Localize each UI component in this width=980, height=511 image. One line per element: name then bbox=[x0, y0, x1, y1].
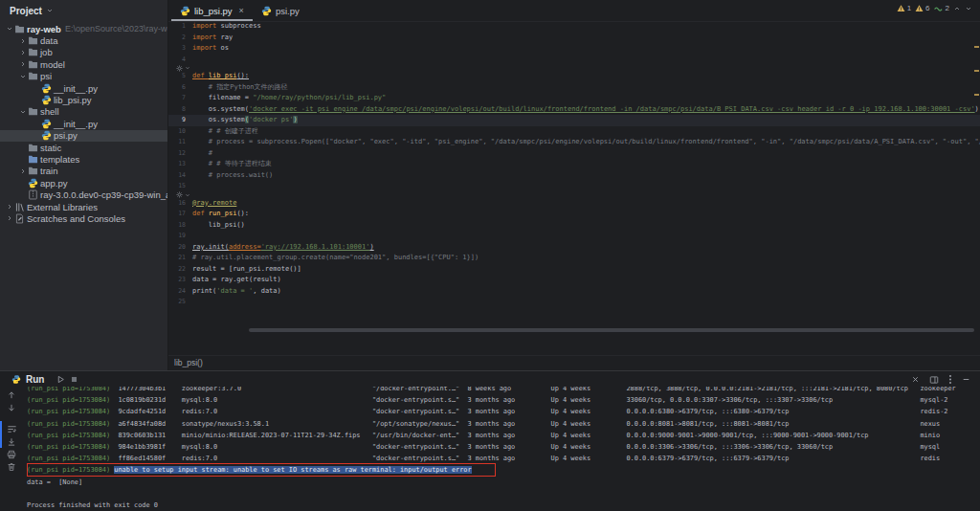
tree-item-psi[interactable]: psi bbox=[0, 71, 167, 82]
tree-item-init-py[interactable]: __init__.py bbox=[0, 82, 167, 94]
chevron-down-icon[interactable] bbox=[19, 108, 28, 116]
down-stack-trace-icon[interactable] bbox=[7, 403, 16, 412]
code-line-18[interactable]: 18 lib_psi() bbox=[168, 220, 980, 232]
tree-item-model[interactable]: model bbox=[0, 58, 167, 70]
scrollbar-warning-mark[interactable] bbox=[974, 46, 979, 48]
tree-item-lib-psi-py[interactable]: lib_psi.py bbox=[0, 94, 167, 105]
code-line-13[interactable]: 13 # # 等待子进程结束 bbox=[168, 159, 980, 170]
code-line-3[interactable]: 3import os bbox=[168, 43, 980, 55]
code-line-16[interactable]: 16@ray.remote bbox=[168, 198, 980, 210]
tree-item-shell[interactable]: shell bbox=[0, 106, 167, 118]
breadcrumb[interactable]: lib_psi() bbox=[168, 355, 980, 370]
code-line-19[interactable]: 19 bbox=[168, 231, 980, 242]
code-line-17[interactable]: 17def run_psi(): bbox=[168, 209, 980, 220]
close-tab-icon[interactable]: × bbox=[239, 6, 244, 15]
tree-item-ray-web[interactable]: ray-webE:\openSource\2023\ray-web bbox=[0, 23, 167, 34]
code-line-8[interactable]: 8 os.system('docker exec -it psi_engine … bbox=[168, 104, 980, 116]
clear-console-icon[interactable] bbox=[7, 462, 16, 472]
up-stack-trace-icon[interactable] bbox=[7, 390, 16, 400]
layout-settings-icon[interactable] bbox=[929, 375, 939, 385]
previous-problem-icon[interactable] bbox=[953, 5, 961, 12]
code-line-6[interactable]: 6 # 指定Python文件的路径 bbox=[168, 82, 980, 94]
hide-panel-icon[interactable] bbox=[962, 375, 970, 384]
scroll-to-end-icon[interactable] bbox=[7, 437, 16, 447]
console-line[interactable]: (run_psi pid=1753084) a6f4834fa08d sonat… bbox=[27, 418, 980, 430]
scrollbar-warning-mark[interactable] bbox=[974, 94, 979, 96]
chevron-right-icon[interactable] bbox=[19, 60, 28, 68]
project-path: E:\openSource\2023\ray-web bbox=[65, 24, 168, 33]
python-file-icon bbox=[180, 6, 190, 16]
python-file-icon bbox=[41, 130, 54, 141]
tree-item-scratches-and-consoles[interactable]: Scratches and Consoles bbox=[0, 212, 167, 224]
tree-item-label: External Libraries bbox=[27, 202, 98, 212]
code-line-7[interactable]: 7 filename = "/home/ray/python/psi/lib_p… bbox=[168, 93, 980, 104]
console-line[interactable]: (run_psi pid=1753084) ff86ed14580f redis… bbox=[27, 453, 980, 464]
code-line-15[interactable]: 15 bbox=[168, 181, 980, 192]
scrollbar-warning-mark[interactable] bbox=[974, 70, 979, 72]
console-line[interactable]: (run_psi pid=1753084) 9cdadfe4251d redis… bbox=[27, 406, 980, 417]
code-line-20[interactable]: 20ray.init(address='ray://192.168.1.101:… bbox=[168, 242, 980, 254]
code-line-12[interactable]: 12 # bbox=[168, 148, 980, 160]
tree-item-ray-3-0-0-dev0-cp39-cp39-win-amd64-wl[interactable]: ray-3.0.0.dev0-cp39-cp39-win_amd64.wl bbox=[0, 189, 167, 200]
line-number: 17 bbox=[168, 209, 192, 220]
tree-item-data[interactable]: data bbox=[0, 34, 167, 46]
code-line-4[interactable]: 4 bbox=[168, 55, 980, 66]
tree-item-init-py[interactable]: __init__.py bbox=[0, 118, 167, 129]
tree-item-job[interactable]: job bbox=[0, 47, 167, 58]
line-number: 22 bbox=[168, 264, 192, 276]
chevron-right-icon[interactable] bbox=[19, 49, 28, 56]
print-icon[interactable] bbox=[7, 450, 16, 459]
console-line[interactable]: (run_psi pid=1753084) 1c0819b0231d mysql… bbox=[27, 394, 980, 406]
code-line-1[interactable]: 1import subprocess bbox=[168, 21, 980, 33]
code-line-25[interactable]: 25 bbox=[168, 297, 980, 308]
code-line-9[interactable]: 9 os.system('docker ps') bbox=[168, 115, 980, 126]
code-line-10[interactable]: 10 # # 创建子进程 bbox=[168, 126, 980, 138]
more-options-icon[interactable] bbox=[948, 374, 952, 385]
code-line-2[interactable]: 2import ray bbox=[168, 33, 980, 44]
code-line-24[interactable]: 24print('data = ', data) bbox=[168, 286, 980, 298]
chevron-right-icon[interactable] bbox=[6, 214, 14, 222]
chevron-down-icon[interactable] bbox=[19, 73, 28, 80]
rerun-button[interactable] bbox=[56, 375, 65, 384]
tree-item-external-libraries[interactable]: External Libraries bbox=[0, 201, 167, 212]
console-line[interactable]: (run_psi pid=1753084) 839c0603b131 minio… bbox=[27, 430, 980, 441]
horizontal-scrollbar[interactable] bbox=[249, 328, 974, 332]
chevron-down-icon[interactable] bbox=[6, 25, 14, 33]
next-problem-icon[interactable] bbox=[965, 5, 972, 12]
console-line[interactable]: (run_psi pid=1753084) 984e1bb3981f mysql… bbox=[27, 441, 980, 453]
chevron-right-icon[interactable] bbox=[6, 203, 14, 211]
tree-item-train[interactable]: train bbox=[0, 166, 167, 177]
code-line-5[interactable]: 5def lib_psi(): bbox=[168, 71, 980, 82]
tree-item-app-py[interactable]: app.py bbox=[0, 177, 167, 189]
code-line-14[interactable]: 14 # process.wait() bbox=[168, 170, 980, 182]
tab-psi-py[interactable]: psi.py bbox=[253, 0, 308, 21]
code-line-11[interactable]: 11 # process = subprocess.Popen(["docker… bbox=[168, 137, 980, 148]
line-number: 11 bbox=[168, 137, 192, 148]
console-line[interactable]: data = [None] bbox=[27, 477, 980, 488]
soft-wrap-icon[interactable] bbox=[7, 424, 17, 434]
inspections-widget[interactable]: 1 6 2 bbox=[897, 4, 972, 12]
project-panel-header[interactable]: Project bbox=[0, 0, 167, 21]
stop-button[interactable] bbox=[70, 375, 78, 384]
tab-label: lib_psi.py bbox=[194, 6, 233, 16]
tree-item-psi-py[interactable]: psi.py bbox=[0, 130, 167, 142]
code-line-21[interactable]: 21# ray.util.placement_group.create(name… bbox=[168, 253, 980, 264]
chevron-right-icon[interactable] bbox=[19, 167, 28, 175]
run-console-output[interactable]: (run_psi pid=1753084) 14777304b3b1 zooke… bbox=[23, 387, 980, 511]
code-line-23[interactable]: 23data = ray.get(result) bbox=[168, 275, 980, 286]
console-line[interactable]: (run_psi pid=1753084) 14777304b3b1 zooke… bbox=[27, 387, 980, 394]
line-number: 21 bbox=[168, 253, 192, 264]
console-line[interactable]: Process finished with exit code 0 bbox=[27, 500, 980, 511]
chevron-right-icon[interactable] bbox=[19, 37, 28, 45]
console-error-line[interactable]: (run_psi pid=1753084) unable to setup in… bbox=[27, 464, 980, 476]
worker-prefix: (run_psi pid=1753084) bbox=[27, 420, 110, 428]
line-number: 10 bbox=[168, 126, 192, 138]
tree-item-static[interactable]: static bbox=[0, 142, 167, 153]
run-tab-label[interactable]: Run bbox=[26, 374, 44, 385]
close-icon[interactable] bbox=[911, 375, 920, 384]
tab-lib-psi-py[interactable]: lib_psi.py× bbox=[171, 0, 253, 21]
code-editor[interactable]: 1import subprocess2import ray3import os4… bbox=[168, 21, 980, 327]
console-line[interactable] bbox=[27, 488, 980, 500]
code-line-22[interactable]: 22result = [run_psi.remote()] bbox=[168, 264, 980, 276]
tree-item-templates[interactable]: templates bbox=[0, 153, 167, 165]
